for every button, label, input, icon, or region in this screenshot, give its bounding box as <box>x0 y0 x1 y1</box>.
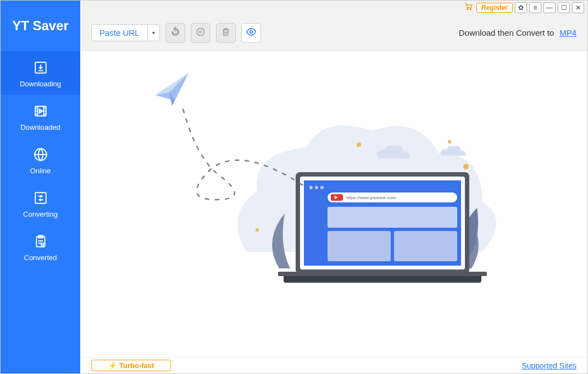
undo-icon <box>170 27 180 39</box>
paste-url-group: Paste URL ▾ <box>91 24 160 41</box>
svg-point-28 <box>256 228 259 232</box>
menu-icon: ≡ <box>533 4 537 12</box>
clipboard-icon <box>33 234 48 249</box>
retry-button[interactable] <box>165 23 185 43</box>
svg-rect-42 <box>394 231 457 261</box>
convert-format-link[interactable]: MP4 <box>559 28 576 37</box>
svg-point-34 <box>309 186 313 189</box>
empty-state-canvas: https://www.youtube.com/ <box>80 51 587 357</box>
download-icon <box>33 60 48 75</box>
svg-point-24 <box>249 30 252 33</box>
svg-point-17 <box>467 9 468 10</box>
svg-point-8 <box>45 108 45 108</box>
paste-url-button[interactable]: Paste URL <box>91 24 148 41</box>
minimize-icon: — <box>546 4 553 12</box>
close-icon: ✕ <box>575 4 581 12</box>
nav: Downloading Downloaded Online Converting <box>1 51 80 268</box>
maximize-icon: ☐ <box>561 4 567 12</box>
convert-icon <box>33 190 48 206</box>
svg-point-25 <box>357 142 361 147</box>
svg-point-10 <box>45 114 45 114</box>
svg-marker-11 <box>39 109 42 113</box>
titlebar: Register ✿ ≡ — ☐ ✕ <box>80 1 587 15</box>
svg-point-26 <box>448 140 451 144</box>
menu-button[interactable]: ≡ <box>529 2 541 13</box>
pause-icon <box>196 27 206 39</box>
delete-button[interactable] <box>216 23 236 43</box>
svg-rect-41 <box>328 231 391 261</box>
svg-point-27 <box>463 164 469 169</box>
toolbar: Paste URL ▾ Download then Convert to MP4 <box>80 15 587 51</box>
settings-button[interactable]: ✿ <box>515 2 527 13</box>
sidebar-item-converted[interactable]: Converted <box>1 225 80 268</box>
svg-point-36 <box>320 186 324 189</box>
sidebar-item-downloading[interactable]: Downloading <box>1 51 80 95</box>
sidebar-item-label: Online <box>30 167 51 175</box>
sidebar-item-online[interactable]: Online <box>1 138 80 182</box>
sidebar: YT Saver Downloading Downloaded Online <box>1 1 80 373</box>
globe-icon <box>33 147 48 162</box>
svg-rect-13 <box>35 193 46 204</box>
cart-icon[interactable] <box>463 2 474 13</box>
svg-point-19 <box>197 28 204 36</box>
trash-icon <box>221 27 231 39</box>
bolt-icon: ⚡ <box>108 361 117 370</box>
app-logo: YT Saver <box>1 1 80 51</box>
svg-point-5 <box>36 108 37 108</box>
gear-icon: ✿ <box>518 4 524 12</box>
register-button[interactable]: Register <box>476 3 513 13</box>
empty-state-illustration: https://www.youtube.com/ <box>142 70 526 307</box>
svg-point-6 <box>36 111 37 112</box>
pause-button[interactable] <box>191 23 210 43</box>
paste-url-dropdown[interactable]: ▾ <box>148 24 160 41</box>
svg-point-9 <box>45 111 45 112</box>
turbo-fast-button[interactable]: ⚡ Turbo-fast <box>91 360 171 371</box>
sidebar-item-label: Converting <box>23 210 58 218</box>
maximize-button[interactable]: ☐ <box>558 2 570 13</box>
close-button[interactable]: ✕ <box>572 2 584 13</box>
sidebar-item-label: Downloading <box>20 80 61 88</box>
sidebar-item-downloaded[interactable]: Downloaded <box>1 95 80 138</box>
film-icon <box>33 103 48 119</box>
supported-sites-link[interactable]: Supported Sites <box>522 361 576 370</box>
svg-point-35 <box>315 186 318 189</box>
svg-point-16 <box>41 243 43 245</box>
minimize-button[interactable]: — <box>543 2 556 13</box>
convert-block: Download then Convert to MP4 <box>459 28 576 37</box>
bottombar: ⚡ Turbo-fast Supported Sites <box>80 357 587 373</box>
illustration-url: https://www.youtube.com/ <box>346 195 397 200</box>
svg-point-7 <box>36 114 37 114</box>
svg-rect-40 <box>328 207 457 228</box>
svg-point-18 <box>470 9 471 10</box>
convert-text: Download then Convert to <box>459 28 554 37</box>
sidebar-item-label: Converted <box>24 254 57 262</box>
eye-icon <box>246 26 257 40</box>
preview-button[interactable] <box>241 23 261 43</box>
sidebar-item-converting[interactable]: Converting <box>1 182 80 225</box>
sidebar-item-label: Downloaded <box>20 123 60 131</box>
chevron-down-icon: ▾ <box>152 30 155 36</box>
turbo-label: Turbo-fast <box>119 361 154 370</box>
main-area: Register ✿ ≡ — ☐ ✕ Paste URL ▾ Download … <box>80 1 587 373</box>
